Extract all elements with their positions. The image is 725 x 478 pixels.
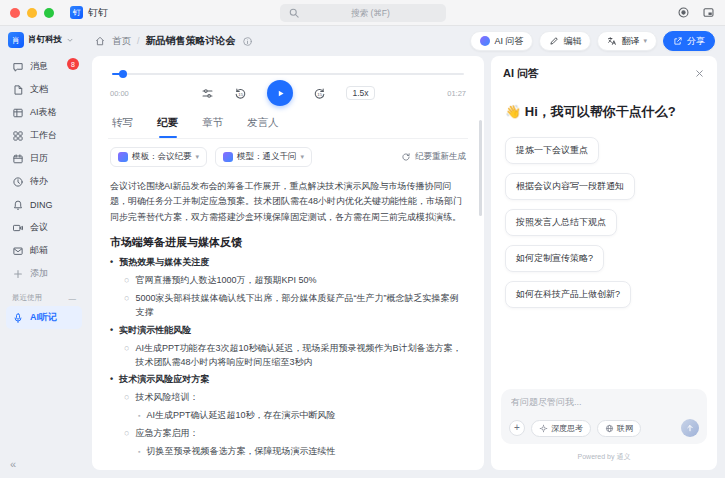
list-item: ○技术风险培训： — [124, 391, 466, 405]
sidebar-item-messages[interactable]: 消息 8 — [6, 55, 82, 78]
share-button[interactable]: 分享 — [663, 31, 715, 51]
record-icon[interactable] — [677, 6, 690, 19]
tab-summary[interactable]: 纪要 — [155, 110, 180, 138]
model-select[interactable]: 模型：通义千问 ▾ — [215, 147, 312, 167]
global-search[interactable] — [280, 4, 446, 22]
workspace-name: 肖钉科技 — [28, 34, 62, 46]
collapse-section-icon[interactable]: — — [69, 294, 77, 303]
suggestion-chip[interactable]: 按照发言人总结下观点 — [505, 209, 617, 236]
sidebar-item-mail[interactable]: 邮箱 — [6, 239, 82, 262]
audio-settings-icon[interactable] — [201, 87, 214, 100]
suggestion-chip[interactable]: 根据会议内容写一段群通知 — [505, 173, 635, 200]
app-title: 钉钉 — [88, 6, 108, 20]
translate-button[interactable]: 翻译 ▾ — [597, 31, 657, 51]
list-item: ○应急方案启用： — [124, 427, 466, 441]
sidebar-item-label: 文档 — [30, 83, 48, 96]
sidebar-item-workbench[interactable]: 工作台 — [6, 124, 82, 147]
page-actions: AI 问答 编辑 翻译 ▾ 分享 — [470, 31, 715, 51]
ai-qa-panel: AI 问答 👋 Hi，我可以帮你干点什么? 提炼一下会议重点 根据会议内容写一段… — [491, 56, 717, 470]
window-minimize-button[interactable] — [27, 8, 37, 18]
sidebar-item-label: 待办 — [30, 175, 48, 188]
sidebar-item-meeting[interactable]: 会议 — [6, 216, 82, 239]
forward-15-icon[interactable]: 15 — [313, 87, 326, 100]
regenerate-summary-button[interactable]: 纪要重新生成 — [401, 151, 466, 163]
unread-badge: 8 — [67, 58, 79, 70]
chevron-down-icon — [66, 36, 74, 44]
attach-button[interactable]: + — [509, 420, 525, 436]
deep-think-toggle[interactable]: 深度思考 — [531, 420, 591, 437]
scrollbar-thumb[interactable] — [479, 120, 482, 216]
page-header: 首页 / 新品销售策略讨论会 AI 问答 编辑 — [88, 26, 725, 56]
suggestion-chip[interactable]: 如何定制宣传策略? — [505, 245, 604, 272]
summary-document: 会议讨论围绕AI新品发布会的筹备工作展开，重点解决技术演示风险与市场传播协同问题… — [108, 171, 468, 470]
sidebar-item-ding[interactable]: DING — [6, 193, 82, 216]
sidebar-item-ai-notes[interactable]: AI听记 — [6, 306, 82, 329]
sidebar-item-docs[interactable]: 文档 — [6, 78, 82, 101]
svg-text:15: 15 — [318, 91, 323, 96]
ai-question-input[interactable] — [509, 397, 699, 419]
playback-speed-button[interactable]: 1.5x — [346, 86, 374, 100]
ai-panel-title: AI 问答 — [503, 66, 539, 81]
window-zoom-button[interactable] — [44, 8, 54, 18]
workspace-avatar: 肖 — [8, 32, 24, 48]
grid-icon — [12, 130, 24, 142]
info-icon[interactable] — [242, 36, 253, 47]
workspace-switcher[interactable]: 肖 肖钉科技 — [6, 30, 82, 55]
summary-toolbar: 模板：会议纪要 ▾ 模型：通义千问 ▾ 纪要重新生成 — [108, 139, 468, 171]
template-select[interactable]: 模板：会议纪要 ▾ — [110, 147, 207, 167]
tab-transcript[interactable]: 转写 — [110, 110, 135, 138]
breadcrumb-home[interactable]: 首页 — [112, 35, 131, 48]
sidebar-item-calendar[interactable]: 日历 — [6, 147, 82, 170]
suggestion-chip[interactable]: 如何在科技产品上做创新? — [505, 281, 631, 308]
mail-icon — [12, 245, 24, 257]
clock-icon — [12, 176, 24, 188]
model-icon — [223, 152, 233, 162]
mini-window-icon[interactable] — [702, 6, 715, 19]
rewind-15-icon[interactable]: 15 — [234, 87, 247, 100]
deep-think-icon — [539, 424, 548, 433]
recent-section-label: 最近使用 — — [6, 285, 82, 306]
suggestion-chip[interactable]: 提炼一下会议重点 — [505, 137, 599, 164]
sidebar-item-add[interactable]: 添加 — [6, 262, 82, 285]
tab-chapters[interactable]: 章节 — [200, 110, 225, 138]
plus-icon — [12, 268, 24, 280]
sidebar-item-ai-table[interactable]: AI表格 — [6, 101, 82, 124]
current-time: 00:00 — [110, 89, 150, 98]
progress-handle[interactable] — [119, 70, 127, 78]
app-window: 钉 钉钉 肖 肖钉科技 — [0, 0, 725, 478]
sidebar-item-label: AI表格 — [30, 106, 57, 119]
notes-main-panel: 00:00 15 — [92, 56, 484, 470]
traffic-lights — [10, 8, 54, 18]
edit-button[interactable]: 编辑 — [539, 31, 591, 51]
titlebar-actions — [677, 6, 715, 19]
sidebar-item-label: 邮箱 — [30, 244, 48, 257]
home-icon[interactable] — [94, 35, 106, 47]
list-item: ○官网直播预约人数达1000万，超预期KPI 50% — [124, 274, 466, 288]
microphone-icon — [12, 312, 24, 324]
window-close-button[interactable] — [10, 8, 20, 18]
tab-speakers[interactable]: 发言人 — [245, 110, 281, 138]
play-button[interactable] — [267, 80, 293, 106]
bell-icon — [12, 199, 24, 211]
arrow-up-icon — [685, 423, 695, 433]
sidebar-collapse-icon[interactable]: « — [6, 456, 82, 472]
video-icon — [12, 222, 24, 234]
svg-text:15: 15 — [239, 91, 244, 96]
notes-tabs: 转写 纪要 章节 发言人 — [108, 110, 468, 139]
summary-intro: 会议讨论围绕AI新品发布会的筹备工作展开，重点解决技术演示风险与市场传播协同问题… — [110, 179, 466, 225]
search-input[interactable] — [304, 8, 438, 18]
refresh-icon — [401, 152, 411, 162]
chevron-down-icon: ▾ — [196, 153, 200, 161]
list-item: ▪切换至预录视频备选方案，保障现场演示连续性 — [138, 445, 466, 459]
share-icon — [673, 36, 683, 46]
close-icon[interactable] — [694, 68, 705, 79]
sidebar-item-todo[interactable]: 待办 — [6, 170, 82, 193]
audio-player: 00:00 15 — [108, 64, 468, 110]
web-search-toggle[interactable]: 联网 — [597, 420, 641, 437]
progress-track[interactable] — [112, 73, 464, 75]
ai-qa-button[interactable]: AI 问答 — [470, 31, 533, 51]
ai-input-card: + 深度思考 联网 — [501, 389, 707, 444]
list-item: •技术演示风险应对方案 — [110, 373, 466, 387]
app-badge: 钉 钉钉 — [70, 6, 108, 20]
send-button[interactable] — [681, 419, 699, 437]
